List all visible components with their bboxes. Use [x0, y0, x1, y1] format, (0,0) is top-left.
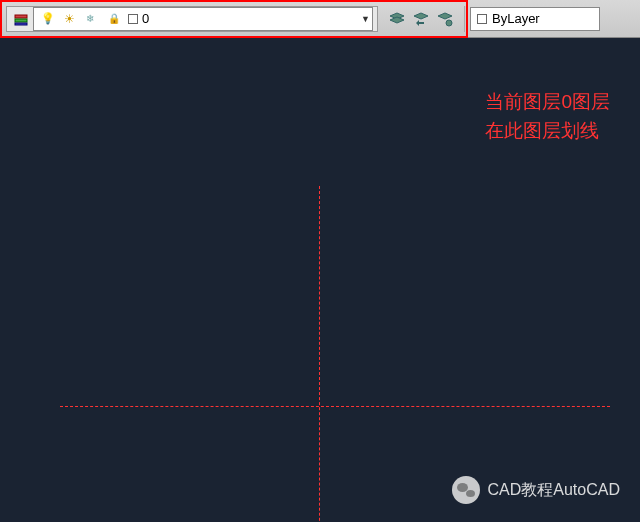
- wechat-icon: [452, 476, 480, 504]
- drawing-area[interactable]: 当前图层0图层 在此图层划线 CAD教程AutoCAD: [0, 38, 640, 522]
- sun-icon: [62, 12, 76, 26]
- svg-rect-1: [15, 19, 27, 22]
- crosshair-vertical: [319, 186, 320, 522]
- annotation-line1: 当前图层0图层: [485, 88, 610, 117]
- toolbar-separator: [464, 6, 466, 32]
- annotation-text: 当前图层0图层 在此图层划线: [485, 88, 610, 145]
- layer-panel: 0 ▼: [6, 6, 378, 32]
- chevron-down-icon: ▼: [361, 14, 370, 24]
- layer-isolate-icon[interactable]: [434, 8, 456, 30]
- svg-point-3: [446, 20, 452, 26]
- crosshair-horizontal: [60, 406, 610, 407]
- layer-previous-icon[interactable]: [410, 8, 432, 30]
- lock-icon: [104, 9, 124, 29]
- svg-rect-2: [15, 23, 27, 25]
- color-label: ByLayer: [492, 11, 540, 26]
- layer-color-swatch: [128, 14, 138, 24]
- layer-dropdown[interactable]: 0 ▼: [33, 7, 373, 31]
- freeze-icon: [80, 9, 100, 29]
- watermark-text: CAD教程AutoCAD: [488, 480, 620, 501]
- layer-properties-icon[interactable]: [11, 9, 31, 29]
- svg-rect-0: [15, 15, 27, 18]
- layer-tools: [382, 8, 460, 30]
- bulb-icon: [38, 9, 58, 29]
- color-swatch: [477, 14, 487, 24]
- color-dropdown[interactable]: ByLayer: [470, 7, 600, 31]
- layer-name: 0: [142, 11, 149, 26]
- annotation-line2: 在此图层划线: [485, 117, 610, 146]
- watermark: CAD教程AutoCAD: [452, 476, 620, 504]
- toolbar: 0 ▼ ByLayer: [0, 0, 640, 38]
- layer-states-icon[interactable]: [386, 8, 408, 30]
